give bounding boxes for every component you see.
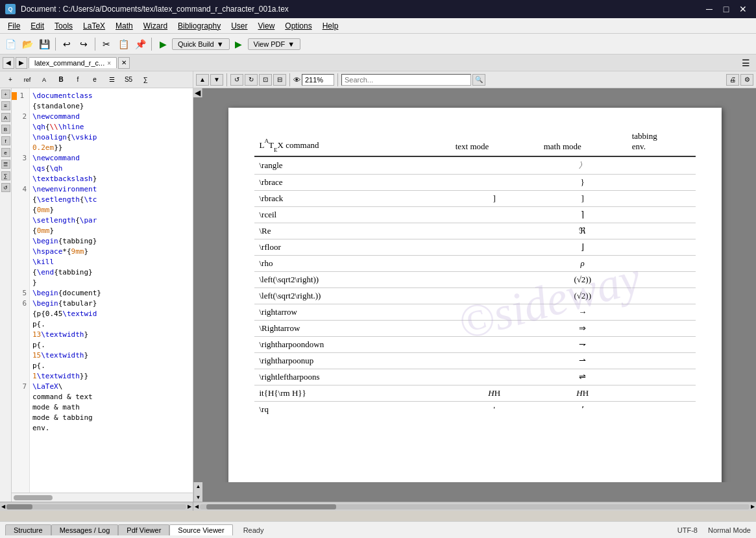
pdf-settings-button[interactable]: ⚙ bbox=[740, 74, 753, 86]
menu-options[interactable]: Options bbox=[280, 20, 317, 32]
tab-close-icon[interactable]: × bbox=[107, 60, 111, 67]
struct-ref-button[interactable]: ref bbox=[19, 72, 35, 88]
sidebar-icon-1[interactable]: + bbox=[1, 90, 10, 99]
table-row: \Re ℜ bbox=[254, 223, 696, 239]
quick-build-dropdown-icon[interactable]: ▼ bbox=[217, 40, 224, 48]
struct-add-button[interactable]: + bbox=[3, 72, 18, 88]
pdf-hscroll-bar[interactable] bbox=[200, 504, 750, 509]
sidebar-icon-4[interactable]: B bbox=[1, 125, 10, 134]
pdf-print-button[interactable]: 🖨 bbox=[726, 74, 739, 86]
pdf-vscrollbar[interactable]: ▲ ▼ bbox=[193, 482, 202, 502]
menu-view[interactable]: View bbox=[253, 20, 280, 32]
cut-button[interactable]: ✂ bbox=[99, 36, 114, 52]
table-row: it{H{\rm H}} HH HH bbox=[254, 385, 696, 402]
maximize-button[interactable]: □ bbox=[718, 3, 734, 15]
pdf-hscroll-left[interactable]: ◀ bbox=[195, 504, 199, 509]
run-arrow-button[interactable]: ▶ bbox=[231, 36, 247, 52]
status-tab-messages[interactable]: Messages / Log bbox=[51, 524, 119, 535]
vscroll-down[interactable]: ▼ bbox=[195, 493, 202, 502]
col-header-cmd: LATEX command bbox=[254, 127, 450, 156]
sep3 bbox=[151, 38, 152, 51]
sidebar-icon-8[interactable]: ∑ bbox=[1, 171, 10, 180]
menu-latex[interactable]: LaTeX bbox=[78, 20, 110, 32]
paste-button[interactable]: 📌 bbox=[132, 36, 148, 52]
hscroll-thumb[interactable] bbox=[14, 495, 53, 500]
view-pdf-button[interactable]: View PDF ▼ bbox=[248, 38, 301, 50]
new-button[interactable]: 📄 bbox=[3, 36, 18, 52]
status-ready: Ready bbox=[233, 526, 274, 534]
status-tab-source[interactable]: Source Viewer bbox=[169, 524, 232, 535]
menu-edit[interactable]: Edit bbox=[25, 20, 49, 32]
table-row: \left(\sqrt2\right.)) (√2)) bbox=[254, 288, 696, 304]
sidebar-icon-9[interactable]: ↺ bbox=[1, 183, 10, 192]
pdf-fit-page[interactable]: ⊡ bbox=[259, 74, 272, 86]
vscroll-up[interactable]: ▲ bbox=[195, 482, 202, 491]
struct-f-button[interactable]: f bbox=[70, 72, 86, 88]
tab-nav-left[interactable]: ◀ bbox=[3, 57, 14, 69]
tab-close-button[interactable]: ✕ bbox=[118, 57, 130, 69]
col-header-text: text mode bbox=[450, 127, 539, 156]
structure-icon[interactable]: ☰ bbox=[738, 55, 753, 71]
redo-button[interactable]: ↪ bbox=[76, 36, 91, 52]
hscroll-right[interactable]: ▶ bbox=[188, 504, 191, 509]
sidebar-icon-7[interactable]: ☰ bbox=[1, 160, 10, 169]
col-header-tab: tabbingenv. bbox=[627, 127, 696, 156]
pdf-panel: ◀ ©sideway LATEX command text mo bbox=[193, 88, 756, 502]
sidebar-icon-3[interactable]: A bbox=[1, 113, 10, 122]
struct-math-button[interactable]: ∑ bbox=[138, 72, 153, 88]
struct-label-button[interactable]: A bbox=[36, 72, 52, 88]
struct-s5-button[interactable]: S5 bbox=[121, 72, 136, 88]
hscroll-left[interactable]: ◀ bbox=[1, 504, 5, 509]
menu-bibliography[interactable]: Bibliography bbox=[173, 20, 226, 32]
mode-label: Normal Mode bbox=[708, 526, 751, 534]
menu-math[interactable]: Math bbox=[110, 20, 138, 32]
pdf-rotate-right[interactable]: ↻ bbox=[245, 74, 258, 86]
quick-build-button[interactable]: Quick Build ▼ bbox=[172, 38, 230, 50]
struct-b-button[interactable]: B bbox=[53, 72, 69, 88]
pdf-hscroll-right[interactable]: ▶ bbox=[751, 504, 755, 509]
pdf-nav-up[interactable]: ▲ bbox=[196, 74, 209, 86]
pdf-fit-width[interactable]: ⊟ bbox=[273, 74, 286, 86]
struct-list-button[interactable]: ☰ bbox=[104, 72, 119, 88]
eye-icon: 👁 bbox=[293, 76, 300, 84]
table-row: \rightleftharpoons ⇌ bbox=[254, 369, 696, 385]
menu-user[interactable]: User bbox=[226, 20, 252, 32]
tab-editor[interactable]: latex_command_r_c... × bbox=[29, 57, 117, 68]
pdf-page: LATEX command text mode math mode tabbin… bbox=[228, 108, 722, 482]
struct-e-button[interactable]: e bbox=[87, 72, 103, 88]
open-button[interactable]: 📂 bbox=[19, 36, 35, 52]
status-tab-structure[interactable]: Structure bbox=[5, 524, 51, 535]
menu-tools[interactable]: Tools bbox=[49, 20, 78, 32]
save-button[interactable]: 💾 bbox=[36, 36, 52, 52]
pdf-search-button[interactable]: 🔍 bbox=[472, 74, 485, 86]
pdf-hscroll-thumb[interactable] bbox=[206, 504, 336, 509]
copy-button[interactable]: 📋 bbox=[116, 36, 131, 52]
menu-wizard[interactable]: Wizard bbox=[138, 20, 173, 32]
pdf-rotate-left[interactable]: ↺ bbox=[230, 74, 243, 86]
pdf-nav-down[interactable]: ▼ bbox=[210, 74, 223, 86]
table-row: \rightharpoonup ⇀ bbox=[254, 353, 696, 369]
table-row: \rbrace } bbox=[254, 175, 696, 191]
sidebar-icon-5[interactable]: f bbox=[1, 136, 10, 145]
sidebar-icon-2[interactable]: ≡ bbox=[1, 101, 10, 110]
menu-help[interactable]: Help bbox=[317, 20, 344, 32]
status-tab-pdf[interactable]: Pdf Viewer bbox=[118, 524, 169, 535]
tab-nav-right[interactable]: ▶ bbox=[16, 57, 27, 69]
sidebar-icon-6[interactable]: e bbox=[1, 148, 10, 157]
minimize-button[interactable]: ─ bbox=[701, 3, 717, 15]
editor-bottom-scroll: ◀ ▶ bbox=[0, 502, 193, 511]
undo-button[interactable]: ↩ bbox=[59, 36, 75, 52]
editor-code[interactable]: \documentclass {standalone} \newcommand … bbox=[30, 88, 193, 493]
pdf-scroll-area[interactable]: ©sideway LATEX command text mode math mo… bbox=[193, 97, 756, 482]
close-button[interactable]: ✕ bbox=[735, 3, 751, 15]
pdf-search-input[interactable] bbox=[341, 74, 471, 86]
window-title: Document : C:/Users/a/Documents/tex/late… bbox=[21, 5, 701, 14]
view-pdf-dropdown-icon[interactable]: ▼ bbox=[287, 40, 295, 48]
editor-hscroll[interactable] bbox=[12, 493, 193, 502]
menu-file[interactable]: File bbox=[3, 20, 25, 32]
editor-hscroll-thumb[interactable] bbox=[6, 504, 32, 509]
pdf-scroll-left[interactable]: ◀ bbox=[193, 88, 202, 97]
editor-hscroll-bar[interactable] bbox=[6, 504, 186, 509]
run-button[interactable]: ▶ bbox=[155, 36, 171, 52]
main-toolbar: 📄 📂 💾 ↩ ↪ ✂ 📋 📌 ▶ Quick Build ▼ ▶ View P… bbox=[0, 34, 756, 55]
